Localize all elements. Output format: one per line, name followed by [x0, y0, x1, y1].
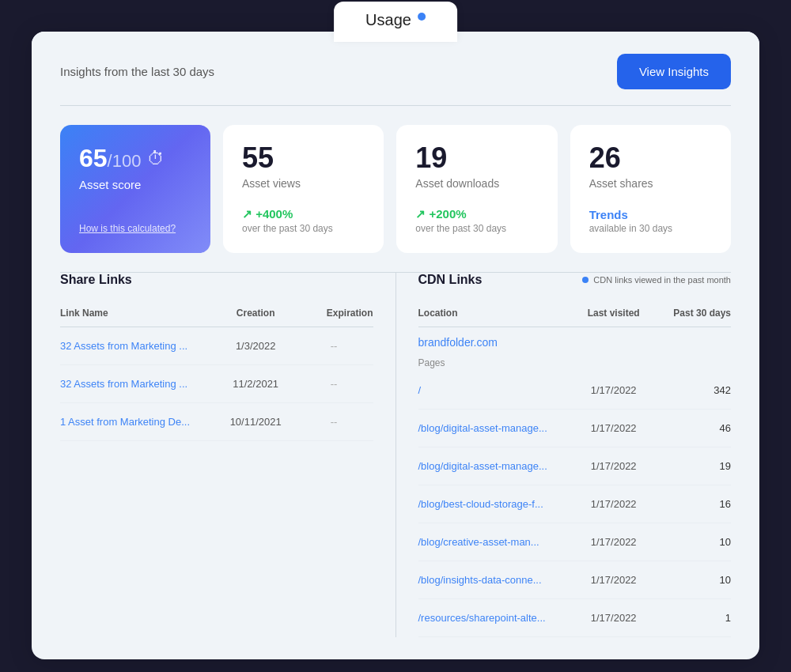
cdn-page-row-2[interactable]: /blog/digital-asset-manage... 1/17/2022 …	[418, 447, 732, 485]
cdn-links-header: CDN Links CDN links viewed in the past m…	[418, 273, 732, 287]
cdn-page-past-30: 10	[653, 574, 731, 586]
share-links-table-header: Link Name Creation Expiration	[60, 300, 373, 327]
cdn-page-row-1[interactable]: /blog/digital-asset-manage... 1/17/2022 …	[418, 410, 732, 447]
share-col-expiration: Expiration	[295, 308, 373, 319]
score-top: 65/100 ⏱	[79, 144, 191, 173]
view-insights-button[interactable]: View Insights	[617, 54, 731, 89]
downloads-label: Asset downloads	[415, 177, 538, 190]
cdn-page-last-visited: 1/17/2022	[574, 574, 653, 586]
views-card: 55 Asset views ↗ +400% over the past 30 …	[223, 125, 384, 253]
downloads-trend: ↗ +200% over the past 30 days	[415, 207, 538, 234]
shares-card: 26 Asset shares Trends available in 30 d…	[570, 125, 731, 253]
share-col-creation: Creation	[217, 308, 295, 319]
cdn-col-location: Location	[418, 308, 575, 319]
usage-dot	[418, 13, 426, 21]
cdn-links-section: CDN Links CDN links viewed in the past m…	[396, 273, 732, 637]
views-trend-percent: ↗ +400%	[242, 207, 365, 221]
cdn-page-path[interactable]: /	[418, 384, 575, 396]
usage-tab-label: Usage	[365, 11, 411, 29]
share-links-title: Share Links	[60, 273, 132, 287]
score-calc-link[interactable]: How is this calculated?	[79, 223, 191, 234]
share-link-row-0[interactable]: 32 Assets from Marketing ... 1/3/2022 --	[60, 327, 373, 365]
cdn-page-past-30: 10	[653, 536, 731, 548]
header: Insights from the last 30 days View Insi…	[32, 32, 759, 105]
share-col-name: Link Name	[60, 308, 217, 319]
cdn-links-title: CDN Links	[418, 273, 483, 287]
share-links-rows: 32 Assets from Marketing ... 1/3/2022 --…	[60, 327, 373, 441]
cdn-legend-text: CDN links viewed in the past month	[593, 275, 731, 285]
downloads-card: 19 Asset downloads ↗ +200% over the past…	[396, 125, 557, 253]
shares-trend: Trends available in 30 days	[589, 208, 712, 234]
shares-trend-label: Trends	[589, 208, 712, 221]
cdn-page-last-visited: 1/17/2022	[574, 384, 653, 396]
cdn-col-past-30: Past 30 days	[653, 308, 731, 319]
views-number: 55	[242, 144, 365, 172]
cdn-page-path[interactable]: /blog/digital-asset-manage...	[418, 422, 575, 434]
cdn-table-header: Location Last visited Past 30 days	[418, 300, 732, 327]
cdn-page-path[interactable]: /blog/creative-asset-man...	[418, 536, 575, 548]
share-link-creation: 10/11/2021	[217, 416, 295, 428]
share-link-name[interactable]: 1 Asset from Marketing De...	[60, 416, 217, 428]
score-number: 65	[79, 144, 108, 172]
shares-trend-desc: available in 30 days	[589, 223, 712, 234]
cdn-page-last-visited: 1/17/2022	[574, 498, 653, 510]
cdn-page-last-visited: 1/17/2022	[574, 612, 653, 624]
share-link-row-2[interactable]: 1 Asset from Marketing De... 10/11/2021 …	[60, 403, 373, 441]
share-link-expiration: --	[295, 340, 373, 352]
cdn-page-row-6[interactable]: /resources/sharepoint-alte... 1/17/2022 …	[418, 599, 732, 637]
share-links-header: Share Links	[60, 273, 373, 287]
downloads-number: 19	[415, 144, 538, 172]
cdn-page-rows: / 1/17/2022 342 /blog/digital-asset-mana…	[418, 372, 732, 637]
share-link-creation: 1/3/2022	[217, 340, 295, 352]
cdn-page-last-visited: 1/17/2022	[574, 422, 653, 434]
share-link-expiration: --	[295, 378, 373, 390]
share-link-name[interactable]: 32 Assets from Marketing ...	[60, 378, 217, 390]
cdn-col-last-visited: Last visited	[574, 308, 653, 319]
cdn-page-last-visited: 1/17/2022	[574, 460, 653, 472]
cdn-page-past-30: 342	[653, 384, 731, 396]
bottom-section: Share Links Link Name Creation Expiratio…	[32, 273, 759, 659]
gauge-icon: ⏱	[147, 149, 165, 169]
cdn-legend: CDN links viewed in the past month	[582, 275, 731, 285]
insights-title: Insights from the last 30 days	[60, 65, 214, 78]
main-card: Insights from the last 30 days View Insi…	[32, 32, 759, 659]
cdn-page-path[interactable]: /blog/digital-asset-manage...	[418, 460, 575, 472]
cdn-page-row-4[interactable]: /blog/creative-asset-man... 1/17/2022 10	[418, 523, 732, 561]
cdn-page-path[interactable]: /blog/best-cloud-storage-f...	[418, 498, 575, 510]
cdn-page-path[interactable]: /blog/insights-data-conne...	[418, 574, 575, 586]
share-link-creation: 11/2/2021	[217, 378, 295, 390]
share-link-expiration: --	[295, 416, 373, 428]
cdn-page-past-30: 19	[653, 460, 731, 472]
views-trend-desc: over the past 30 days	[242, 223, 365, 234]
cdn-pages-label: Pages	[418, 353, 732, 372]
score-card: 65/100 ⏱ Asset score How is this calcula…	[60, 125, 210, 253]
cdn-page-past-30: 16	[653, 498, 731, 510]
cdn-page-row-0[interactable]: / 1/17/2022 342	[418, 372, 732, 410]
cdn-page-last-visited: 1/17/2022	[574, 536, 653, 548]
downloads-trend-desc: over the past 30 days	[415, 223, 538, 234]
cdn-domain-link[interactable]: brandfolder.com	[418, 336, 498, 349]
share-link-row-1[interactable]: 32 Assets from Marketing ... 11/2/2021 -…	[60, 365, 373, 403]
cdn-page-row-3[interactable]: /blog/best-cloud-storage-f... 1/17/2022 …	[418, 485, 732, 523]
cdn-legend-dot	[582, 277, 589, 283]
cdn-page-past-30: 46	[653, 422, 731, 434]
views-label: Asset views	[242, 177, 365, 190]
score-label: Asset score	[79, 178, 191, 191]
cdn-domain-row: brandfolder.com	[418, 327, 732, 353]
share-links-section: Share Links Link Name Creation Expiratio…	[60, 273, 396, 637]
stats-section: 65/100 ⏱ Asset score How is this calcula…	[32, 106, 759, 272]
score-total: /100	[108, 151, 142, 171]
cdn-page-row-5[interactable]: /blog/insights-data-conne... 1/17/2022 1…	[418, 561, 732, 599]
downloads-trend-percent: ↗ +200%	[415, 207, 538, 221]
cdn-page-past-30: 1	[653, 612, 731, 624]
views-trend: ↗ +400% over the past 30 days	[242, 207, 365, 234]
shares-label: Asset shares	[589, 177, 712, 190]
share-link-name[interactable]: 32 Assets from Marketing ...	[60, 340, 217, 352]
score-value-group: 65/100	[79, 144, 141, 173]
usage-tab[interactable]: Usage	[334, 2, 457, 42]
shares-number: 26	[589, 144, 712, 172]
outer-container: Usage Insights from the last 30 days Vie…	[32, 32, 759, 659]
cdn-page-path[interactable]: /resources/sharepoint-alte...	[418, 612, 575, 624]
